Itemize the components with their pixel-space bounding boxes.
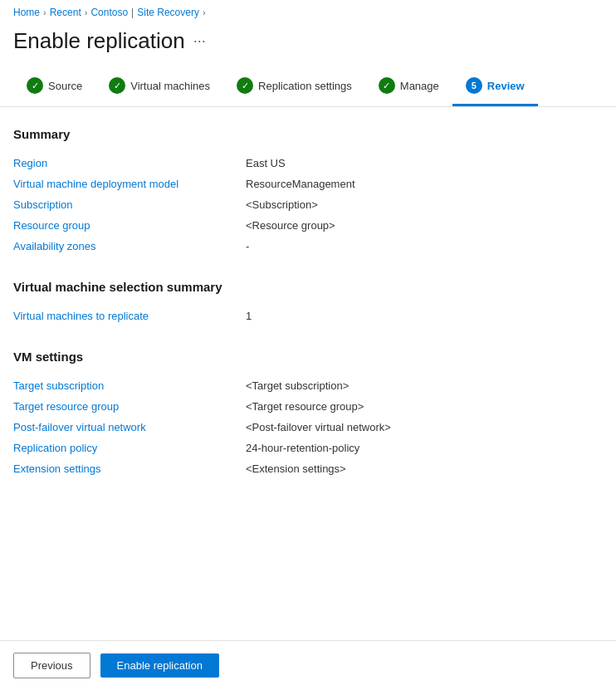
vm-selection-table: Virtual machines to replicate1	[13, 306, 603, 326]
table-row: Virtual machines to replicate1	[13, 306, 603, 326]
row-value: East US	[246, 153, 603, 174]
row-label: Virtual machine deployment model	[13, 174, 246, 194]
table-row: Post-failover virtual network<Post-failo…	[13, 417, 603, 438]
tab-label-virtual-machines: Virtual machines	[130, 80, 210, 92]
row-label: Extension settings	[13, 458, 246, 479]
main-content: Summary RegionEast USVirtual machine dep…	[0, 107, 616, 522]
row-value: <Extension settings>	[246, 458, 603, 479]
tab-label-replication-settings: Replication settings	[258, 80, 352, 92]
tab-label-manage: Manage	[400, 80, 439, 92]
table-row: Subscription<Subscription>	[13, 194, 603, 215]
tab-label-source: Source	[48, 80, 82, 92]
tab-completed-icon-source: ✓	[27, 77, 43, 94]
row-value: 1	[246, 306, 603, 326]
vm-settings-section: VM settings Target subscription<Target s…	[13, 350, 603, 479]
row-value: <Target resource group>	[246, 396, 603, 417]
tab-completed-icon-manage: ✓	[379, 77, 395, 94]
vm-selection-section: Virtual machine selection summary Virtua…	[13, 280, 603, 326]
row-label: Subscription	[13, 194, 246, 215]
summary-table: RegionEast USVirtual machine deployment …	[13, 153, 603, 257]
table-row: Availability zones-	[13, 236, 603, 257]
row-label: Post-failover virtual network	[13, 417, 246, 438]
breadcrumb-recent[interactable]: Recent	[50, 7, 81, 18]
tab-completed-icon-rep: ✓	[237, 77, 253, 94]
tab-badge-review: 5	[466, 77, 482, 94]
table-row: Resource group<Resource group>	[13, 215, 603, 236]
tab-review[interactable]: 5 Review	[452, 67, 538, 106]
page-header: Enable replication ···	[0, 25, 616, 67]
row-label: Region	[13, 153, 246, 174]
table-row: Replication policy24-hour-retention-poli…	[13, 438, 603, 458]
enable-replication-button[interactable]: Enable replication	[100, 653, 219, 678]
breadcrumb-site-recovery[interactable]: Site Recovery	[137, 7, 199, 18]
breadcrumb: Home › Recent › Contoso | Site Recovery …	[0, 0, 616, 25]
breadcrumb-contoso[interactable]: Contoso	[90, 7, 128, 18]
table-row: Target subscription<Target subscription>	[13, 375, 603, 396]
vm-settings-title: VM settings	[13, 350, 603, 364]
footer: Previous Enable replication	[0, 640, 616, 690]
page-title: Enable replication	[13, 28, 185, 54]
row-value: <Post-failover virtual network>	[246, 417, 603, 438]
row-label[interactable]: Replication policy	[13, 438, 246, 458]
tab-virtual-machines[interactable]: ✓ Virtual machines	[95, 67, 223, 106]
summary-section: Summary RegionEast USVirtual machine dep…	[13, 127, 603, 257]
row-label: Target subscription	[13, 375, 246, 396]
vm-selection-title: Virtual machine selection summary	[13, 280, 603, 294]
row-value: <Resource group>	[246, 215, 603, 236]
row-label: Target resource group	[13, 396, 246, 417]
tab-source[interactable]: ✓ Source	[13, 67, 95, 106]
tab-label-review: Review	[487, 80, 525, 92]
row-value: <Target subscription>	[246, 375, 603, 396]
row-value: <Subscription>	[246, 194, 603, 215]
row-label: Resource group	[13, 215, 246, 236]
row-value: -	[246, 236, 603, 257]
tab-completed-icon-vm: ✓	[109, 77, 125, 94]
wizard-tabs: ✓ Source ✓ Virtual machines ✓ Replicatio…	[0, 67, 616, 107]
row-value[interactable]: 24-hour-retention-policy	[246, 438, 603, 458]
table-row: Virtual machine deployment modelResource…	[13, 174, 603, 194]
ellipsis-icon[interactable]: ···	[193, 32, 206, 50]
breadcrumb-home[interactable]: Home	[13, 7, 40, 18]
table-row: Extension settings<Extension settings>	[13, 458, 603, 479]
tab-replication-settings[interactable]: ✓ Replication settings	[223, 67, 365, 106]
table-row: RegionEast US	[13, 153, 603, 174]
row-value: ResourceManagement	[246, 174, 603, 194]
row-label: Virtual machines to replicate	[13, 306, 246, 326]
tab-manage[interactable]: ✓ Manage	[365, 67, 452, 106]
vm-settings-table: Target subscription<Target subscription>…	[13, 375, 603, 479]
previous-button[interactable]: Previous	[13, 653, 90, 678]
summary-title: Summary	[13, 127, 603, 141]
table-row: Target resource group<Target resource gr…	[13, 396, 603, 417]
row-label: Availability zones	[13, 236, 246, 257]
